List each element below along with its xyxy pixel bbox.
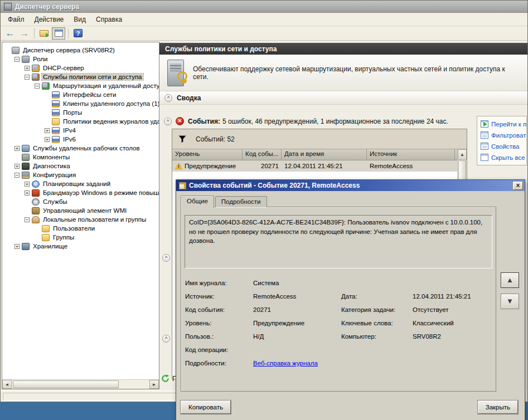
menu-help[interactable]: Справка bbox=[91, 14, 127, 25]
keywords-label: Ключевые слова: bbox=[341, 320, 413, 326]
scrollbar-thumb[interactable] bbox=[13, 380, 119, 388]
firewall-icon bbox=[32, 189, 40, 197]
source-value: RemoteAccess bbox=[253, 293, 341, 300]
event-level-cell: !Предупреждение bbox=[172, 163, 243, 169]
column-header-code[interactable]: Код собы... bbox=[243, 149, 282, 160]
expander-icon[interactable]: − bbox=[25, 75, 30, 80]
previous-event-button[interactable]: ▲ bbox=[501, 272, 519, 288]
tree-item[interactable]: Компоненты bbox=[2, 153, 159, 162]
column-header-level[interactable]: Уровень bbox=[172, 149, 243, 160]
toolbar-separator bbox=[34, 28, 35, 38]
date-value: 12.04.2011 21:45:21 bbox=[413, 293, 492, 300]
go-to-events-link[interactable]: Перейти к п bbox=[481, 119, 526, 129]
tree-item-label: Планировщик заданий bbox=[42, 180, 112, 187]
expander-icon[interactable]: − bbox=[25, 217, 30, 222]
tree-item[interactable]: Политики ведения журналов уда bbox=[2, 117, 159, 126]
funnel-icon bbox=[178, 135, 187, 143]
tree-item[interactable]: −Маршрутизация и удаленный доступ bbox=[2, 81, 159, 90]
console-tree-toggle-button[interactable] bbox=[52, 27, 65, 40]
role-title: Службы политики сети и доступа bbox=[165, 45, 277, 53]
close-button[interactable]: Закрыть bbox=[478, 401, 518, 414]
next-event-button[interactable]: ▼ bbox=[501, 294, 519, 309]
help-button[interactable]: ? bbox=[71, 27, 85, 40]
tree-item[interactable]: −Службы политики сети и доступа bbox=[2, 72, 159, 81]
expander-icon[interactable]: + bbox=[14, 164, 20, 169]
tree-item[interactable]: Группы bbox=[2, 233, 159, 242]
expander-icon[interactable]: − bbox=[14, 173, 20, 178]
dialog-tabs: Общие Подробности bbox=[181, 195, 267, 207]
expander-icon[interactable]: + bbox=[25, 182, 30, 187]
tree-item[interactable]: Порты bbox=[2, 108, 159, 117]
tree-item[interactable]: Клиенты удаленного доступа (1) bbox=[2, 99, 159, 108]
tree-item[interactable]: Интерфейсы сети bbox=[2, 90, 159, 99]
summary-section-label: Сводка bbox=[177, 94, 201, 102]
tree-item[interactable]: +Хранилище bbox=[2, 242, 159, 251]
scroll-up-button[interactable]: ▲ bbox=[458, 149, 467, 160]
tab-general[interactable]: Общие bbox=[181, 196, 214, 208]
properties-link[interactable]: Свойства bbox=[481, 141, 526, 151]
collapse-chevron-icon[interactable]: ^ bbox=[162, 254, 170, 262]
local-users-icon bbox=[32, 216, 40, 223]
expander-icon[interactable]: + bbox=[45, 137, 50, 142]
expander-icon[interactable]: − bbox=[14, 57, 20, 62]
expander-icon[interactable]: + bbox=[25, 66, 30, 71]
summary-section-header[interactable]: ^ Сводка bbox=[159, 91, 527, 105]
tree-item[interactable]: −Роли bbox=[2, 55, 159, 64]
tree-item[interactable]: Диспетчер сервера (SRV08R2) bbox=[2, 46, 159, 55]
expander-icon[interactable]: + bbox=[14, 146, 20, 151]
tree-item-label: Конфигурация bbox=[32, 172, 77, 178]
dialog-titlebar[interactable]: Свойства событий - Событие 20271, Remote… bbox=[176, 180, 525, 191]
export-list-button[interactable] bbox=[37, 27, 51, 40]
tree-item[interactable]: +Брандмауэр Windows в режиме повышенн bbox=[2, 188, 159, 197]
collapse-chevron-icon[interactable]: ^ bbox=[164, 118, 172, 125]
events-summary-bold: События: bbox=[188, 118, 220, 125]
scrollbar-track[interactable] bbox=[12, 380, 149, 389]
toolbar-separator bbox=[68, 28, 69, 38]
scroll-left-button[interactable]: ◄ bbox=[2, 380, 12, 389]
console-tree: Диспетчер сервера (SRV08R2)−Роли+DHCP-се… bbox=[2, 42, 159, 379]
hide-all-link[interactable]: Скрыть все bbox=[481, 153, 526, 162]
log-name-label: Имя журнала: bbox=[185, 280, 253, 286]
menu-action[interactable]: Действие bbox=[30, 14, 69, 25]
column-header-datetime[interactable]: Дата и время bbox=[282, 149, 367, 160]
filter-events-link[interactable]: Фильтроват bbox=[481, 130, 526, 140]
tree-item-label: Группы bbox=[52, 234, 75, 241]
tab-details[interactable]: Подробности bbox=[215, 196, 267, 207]
back-button[interactable]: ← bbox=[3, 27, 17, 40]
event-row[interactable]: !Предупреждение 20271 12.04.2011 21:45:2… bbox=[172, 160, 457, 172]
dialog-close-button[interactable]: × bbox=[513, 182, 523, 190]
tree-horizontal-scrollbar[interactable]: ◄ ► bbox=[2, 379, 159, 389]
forward-button[interactable]: → bbox=[18, 27, 31, 40]
tree-item[interactable]: +Службы удаленных рабочих столов bbox=[2, 144, 159, 153]
tree-item[interactable]: Управляющий элемент WMI bbox=[2, 206, 159, 215]
event-fields: Имя журнала: Система Источник: RemoteAcc… bbox=[185, 276, 492, 370]
expander-icon[interactable]: + bbox=[45, 128, 50, 133]
event-message-box[interactable]: CoID={35A064D3-826C-412A-AC7E-BE241C34B3… bbox=[185, 215, 492, 268]
events-summary-line: ^ ✕ События:5 ошибок, 46 предупреждений,… bbox=[164, 117, 448, 125]
tree-item[interactable]: −Локальные пользователи и группы bbox=[2, 215, 159, 224]
event-log-online-help-link[interactable]: Веб-справка журнала bbox=[253, 360, 318, 367]
tree-item[interactable]: +Планировщик заданий bbox=[2, 179, 159, 188]
column-header-source[interactable]: Источник bbox=[367, 149, 455, 160]
expander-icon[interactable]: + bbox=[14, 244, 20, 249]
actions-panel: Перейти к п Фильтроват Свойства Скрыть в… bbox=[477, 116, 527, 165]
menu-file[interactable]: Файл bbox=[3, 14, 30, 25]
tree-item[interactable]: +Диагностика bbox=[2, 162, 159, 170]
copy-button[interactable]: Копировать bbox=[181, 401, 231, 414]
tree-item[interactable]: Пользователи bbox=[2, 224, 159, 233]
menu-view[interactable]: Вид bbox=[69, 14, 91, 25]
expander-icon[interactable]: − bbox=[35, 84, 40, 89]
tree-item[interactable]: +IPv4 bbox=[2, 126, 159, 135]
events-table-header: Уровень Код собы... Дата и время Источни… bbox=[172, 149, 457, 160]
collapse-chevron-icon[interactable]: ^ bbox=[162, 335, 170, 343]
tree-item[interactable]: Службы bbox=[2, 197, 159, 206]
tree-item[interactable]: +IPv6 bbox=[2, 135, 159, 144]
role-description: Обеспечивают поддержку сетевой маршрутиз… bbox=[193, 65, 520, 81]
tree-item-label: Службы bbox=[42, 198, 69, 205]
tree-item[interactable]: −Конфигурация bbox=[2, 170, 159, 179]
scroll-right-button[interactable]: ► bbox=[149, 380, 159, 389]
tree-item[interactable]: +DHCP-сервер bbox=[2, 64, 159, 72]
window-titlebar[interactable]: Диспетчер сервера bbox=[1, 1, 527, 13]
collapse-chevron-icon[interactable]: ^ bbox=[164, 94, 172, 102]
expander-icon[interactable]: + bbox=[25, 191, 30, 196]
